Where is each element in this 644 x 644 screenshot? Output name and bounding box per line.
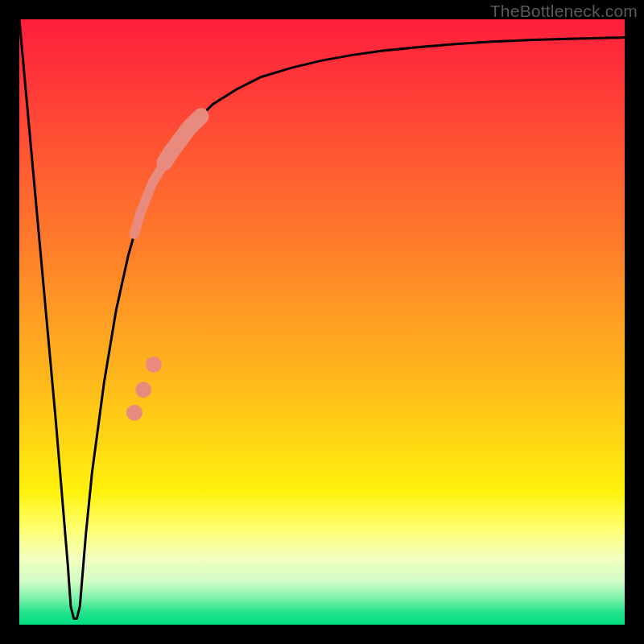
dots-layer [19,19,625,625]
highlight-dot [146,357,162,373]
plot-area [19,19,625,625]
watermark-text: TheBottleneck.com [490,2,638,21]
chart-frame: TheBottleneck.com [0,0,644,644]
highlight-dot [126,405,142,421]
highlight-dot [135,382,151,398]
highlight-dots [126,357,162,421]
